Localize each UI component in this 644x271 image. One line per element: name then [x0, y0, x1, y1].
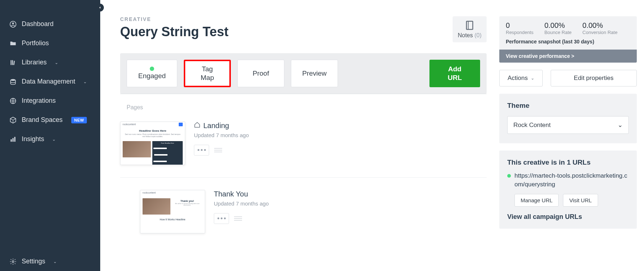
sidebar-item-label: Brand Spaces	[22, 116, 63, 124]
chevron-down-icon: ⌄	[531, 76, 534, 81]
home-icon	[194, 122, 200, 130]
sidebar-item-label: Dashboard	[22, 20, 54, 28]
chevron-down-icon: ⌄	[83, 79, 87, 84]
svg-point-5	[10, 79, 15, 81]
preview-button[interactable]: Preview	[291, 60, 338, 87]
page-updated: Updated 7 months ago	[194, 132, 249, 138]
sidebar-item-label: Integrations	[22, 97, 56, 105]
box-icon	[9, 117, 17, 124]
folder-icon	[9, 40, 17, 47]
tag-map-label: TagMap	[201, 65, 214, 82]
engaged-label: Engaged	[138, 72, 166, 80]
notes-count: (0)	[474, 32, 482, 38]
metric-conversion-rate: 0.00% Conversion Rate	[582, 21, 618, 35]
main-content: CREATIVE Query String Test Notes (0) Eng…	[100, 0, 499, 271]
sidebar-item-label: Insights	[22, 135, 44, 143]
notes-button[interactable]: Notes (0)	[453, 16, 487, 42]
metric-respondents: 0 Respondents	[506, 21, 534, 35]
tag-map-button[interactable]: TagMap	[184, 60, 231, 87]
engaged-status-button[interactable]: Engaged	[127, 60, 177, 87]
chevron-down-icon: ⌄	[53, 259, 57, 264]
chevron-down-icon: ⌄	[52, 137, 56, 142]
url-item: https://martech-tools.postclickmarketing…	[507, 172, 629, 189]
sidebar-item-label: Data Management	[22, 78, 75, 85]
database-icon	[9, 78, 17, 85]
edit-properties-button[interactable]: Edit properties	[551, 70, 637, 86]
drag-handle-icon[interactable]	[214, 148, 222, 152]
page-name: Landing	[194, 122, 249, 130]
page-name: Thank You	[214, 190, 269, 198]
theme-title: Theme	[507, 102, 629, 110]
sidebar-item-data-management[interactable]: Data Management ⌄	[0, 72, 100, 91]
page-updated: Updated 7 months ago	[214, 200, 269, 207]
page-title: Query String Test	[120, 24, 228, 39]
notes-icon	[458, 20, 482, 31]
add-url-button[interactable]: AddURL	[429, 60, 480, 87]
sidebar-item-brand-spaces[interactable]: Brand Spaces NEW	[0, 110, 100, 130]
right-panel: 0 Respondents 0.00% Bounce Rate 0.00% Co…	[499, 0, 644, 271]
urls-panel: This creative is in 1 URLs https://marte…	[499, 151, 637, 229]
page-thumbnail[interactable]: rockcontent Thank you! We will be in con…	[140, 190, 205, 233]
view-performance-link[interactable]: View creative performance >	[499, 50, 637, 63]
page-more-button[interactable]	[194, 145, 209, 156]
sidebar-item-label: Libraries	[22, 59, 47, 66]
eyebrow: CREATIVE	[120, 16, 228, 22]
sidebar-item-portfolios[interactable]: Portfolios	[0, 34, 100, 53]
chart-icon	[9, 136, 17, 143]
svg-point-10	[12, 261, 14, 262]
sidebar-collapse-button[interactable]	[96, 4, 104, 12]
svg-rect-3	[12, 60, 13, 65]
theme-panel: Theme Rock Content ⌄	[499, 94, 637, 143]
svg-rect-8	[12, 138, 13, 141]
sidebar-item-integrations[interactable]: Integrations	[0, 91, 100, 110]
url-text[interactable]: https://martech-tools.postclickmarketing…	[514, 172, 629, 189]
view-all-urls-link[interactable]: View all campaign URLs	[507, 213, 629, 221]
proof-button[interactable]: Proof	[237, 60, 284, 87]
manage-url-button[interactable]: Manage URL	[514, 194, 559, 207]
proof-label: Proof	[253, 69, 269, 78]
sidebar-item-label: Portfolios	[22, 39, 49, 47]
sidebar-item-libraries[interactable]: Libraries ⌄	[0, 53, 100, 72]
notes-label: Notes	[458, 32, 473, 38]
drag-handle-icon[interactable]	[234, 216, 242, 221]
divider	[120, 94, 487, 94]
theme-select[interactable]: Rock Content ⌄	[507, 116, 629, 134]
page-card-thankyou: rockcontent Thank you! We will be in con…	[120, 184, 487, 239]
sidebar-item-dashboard[interactable]: Dashboard	[0, 14, 100, 34]
sidebar-item-label: Settings	[22, 258, 45, 265]
library-icon	[9, 59, 17, 66]
page-card-landing: rockcontent Headline Goes Here Sed non n…	[120, 116, 487, 171]
user-circle-icon	[9, 21, 17, 28]
preview-label: Preview	[302, 69, 327, 78]
sidebar-item-insights[interactable]: Insights ⌄	[0, 130, 100, 149]
page-more-button[interactable]	[214, 213, 229, 224]
svg-rect-11	[466, 21, 473, 30]
visit-url-button[interactable]: Visit URL	[563, 194, 598, 207]
gear-icon	[9, 258, 17, 265]
pages-section-label: Pages	[127, 104, 487, 111]
svg-rect-4	[13, 60, 15, 65]
toolbar: Engaged TagMap Proof Preview AddURL	[120, 53, 487, 94]
sidebar-item-settings[interactable]: Settings ⌄	[0, 252, 100, 271]
performance-snapshot: 0 Respondents 0.00% Bounce Rate 0.00% Co…	[499, 16, 637, 63]
svg-rect-2	[10, 60, 12, 65]
globe-icon	[9, 97, 17, 105]
metric-bounce-rate: 0.00% Bounce Rate	[545, 21, 572, 35]
divider	[120, 177, 487, 178]
page-thumbnail[interactable]: rockcontent Headline Goes Here Sed non n…	[120, 122, 185, 165]
svg-rect-9	[14, 137, 15, 141]
chevron-down-icon: ⌄	[55, 60, 58, 65]
urls-title: This creative is in 1 URLs	[507, 158, 629, 166]
status-dot-icon	[150, 67, 154, 71]
chevron-down-icon: ⌄	[618, 121, 623, 129]
svg-point-1	[12, 22, 14, 24]
sidebar: Dashboard Portfolios Libraries ⌄ Data Ma…	[0, 0, 100, 271]
status-dot-icon	[507, 174, 511, 178]
add-url-label: AddURL	[448, 65, 462, 82]
svg-rect-7	[10, 139, 12, 142]
actions-dropdown[interactable]: Actions ⌄	[499, 70, 543, 86]
new-badge: NEW	[71, 117, 87, 123]
sidebar-nav: Dashboard Portfolios Libraries ⌄ Data Ma…	[0, 0, 100, 252]
performance-snapshot-label: Performance snapshot (last 30 days)	[499, 37, 637, 50]
